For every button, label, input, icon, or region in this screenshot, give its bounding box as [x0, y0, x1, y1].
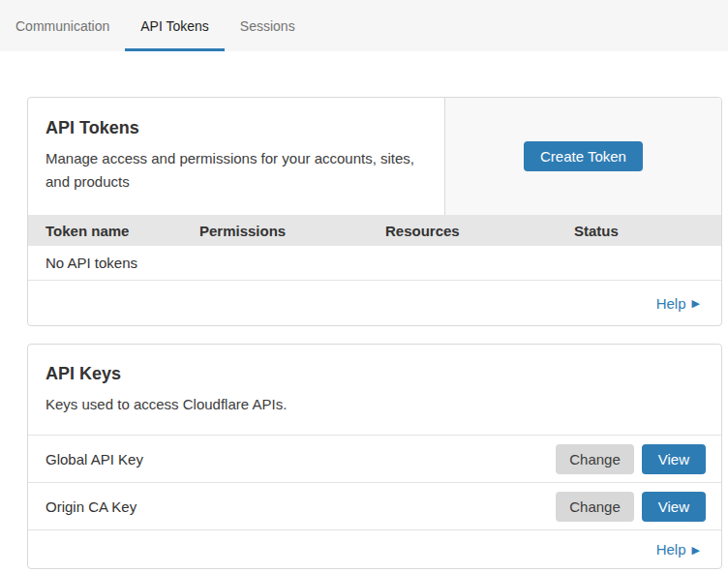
- api-tokens-card: API Tokens Manage access and permissions…: [27, 97, 722, 326]
- main-content: API Tokens Manage access and permissions…: [0, 51, 728, 573]
- api-keys-card-footer: Help ▶: [28, 529, 721, 568]
- origin-ca-key-actions: Change View: [556, 492, 706, 522]
- tokens-empty-message: No API tokens: [46, 255, 137, 271]
- api-key-row-global: Global API Key Change View: [28, 435, 721, 482]
- api-keys-description: Keys used to access Cloudflare APIs.: [46, 393, 433, 416]
- api-tokens-card-action-area: Create Token: [444, 98, 721, 215]
- tab-bar: Communication API Tokens Sessions: [0, 0, 728, 51]
- origin-ca-key-view-button[interactable]: View: [642, 492, 706, 522]
- global-api-key-view-button[interactable]: View: [642, 444, 706, 474]
- create-token-button[interactable]: Create Token: [524, 141, 643, 171]
- tokens-table-empty-row: No API tokens: [28, 246, 721, 281]
- api-keys-card-header: API Keys Keys used to access Cloudflare …: [28, 345, 721, 435]
- global-api-key-label: Global API Key: [46, 451, 556, 467]
- help-arrow-icon: ▶: [692, 297, 700, 309]
- api-tokens-help-link[interactable]: Help ▶: [656, 295, 700, 312]
- api-tokens-card-footer: Help ▶: [28, 281, 721, 325]
- tokens-table-header-status: Status: [574, 223, 704, 239]
- tab-sessions-label: Sessions: [240, 18, 295, 34]
- tab-communication[interactable]: Communication: [0, 0, 125, 51]
- api-tokens-card-header: API Tokens Manage access and permissions…: [28, 98, 721, 215]
- tab-communication-label: Communication: [15, 18, 109, 34]
- origin-ca-key-label: Origin CA Key: [46, 498, 556, 515]
- tab-api-tokens[interactable]: API Tokens: [125, 0, 225, 51]
- api-keys-title: API Keys: [46, 364, 704, 384]
- api-keys-help-label: Help: [656, 541, 686, 558]
- api-tokens-title: API Tokens: [46, 118, 427, 138]
- tokens-table-header-row: Token name Permissions Resources Status: [28, 215, 721, 246]
- tokens-table-header-resources: Resources: [385, 223, 574, 239]
- api-tokens-description: Manage access and permissions for your a…: [46, 147, 427, 194]
- api-tokens-help-label: Help: [656, 295, 686, 312]
- tab-api-tokens-label: API Tokens: [140, 18, 209, 34]
- origin-ca-key-change-button[interactable]: Change: [556, 492, 634, 522]
- tab-sessions[interactable]: Sessions: [225, 0, 311, 51]
- help-arrow-icon: ▶: [692, 544, 700, 556]
- tokens-table-header-permissions: Permissions: [199, 223, 385, 239]
- global-api-key-actions: Change View: [556, 444, 706, 474]
- api-keys-help-link[interactable]: Help ▶: [656, 541, 700, 558]
- global-api-key-change-button[interactable]: Change: [556, 444, 634, 474]
- api-key-row-origin-ca: Origin CA Key Change View: [28, 482, 721, 529]
- api-tokens-card-header-text: API Tokens Manage access and permissions…: [28, 98, 444, 215]
- api-keys-card: API Keys Keys used to access Cloudflare …: [27, 344, 722, 569]
- tokens-table-header-token-name: Token name: [46, 223, 199, 239]
